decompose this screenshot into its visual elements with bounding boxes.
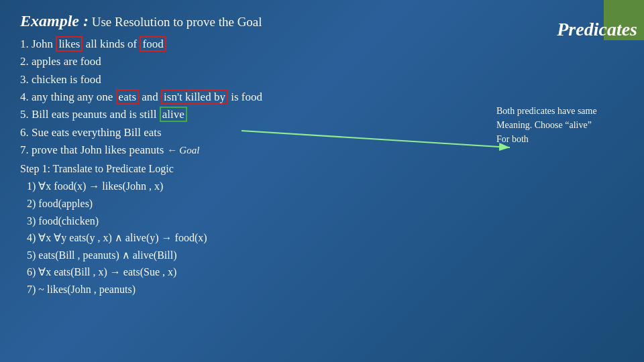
- slide-title: Example : Use Resolution to prove the Go…: [20, 12, 624, 30]
- slide: Example : Use Resolution to prove the Go…: [0, 0, 644, 362]
- logic-line-3: 3) food(chicken): [27, 213, 624, 230]
- logic-line-6: 6) ∀x eats(Bill , x) → eats(Sue , x): [27, 263, 624, 281]
- highlight-eats: eats: [116, 89, 139, 105]
- title-bold: Example :: [20, 12, 89, 29]
- highlight-likes: likes: [56, 36, 83, 52]
- highlight-food-1: food: [140, 36, 166, 52]
- goal-label: ← Goal: [167, 145, 200, 156]
- list-item-1: 1. John likes all kinds of food: [20, 36, 617, 53]
- step1-label: Step 1: Translate to Predicate Logic: [20, 163, 624, 175]
- logic-line-7: 7) ~ likes(John , peanuts): [27, 281, 624, 298]
- list-item-3: 3. chicken is food: [20, 71, 617, 88]
- right-annotation: Both predicates have same Meaning. Choos…: [496, 104, 624, 146]
- logic-line-1: 1) ∀x food(x) → likes(John , x): [27, 178, 624, 195]
- highlight-isnt-killed: isn't killed by: [161, 89, 228, 105]
- list-item-2: 2. apples are food: [20, 53, 617, 70]
- highlight-alive: alive: [160, 107, 187, 122]
- predicates-label: Predicates: [557, 19, 637, 40]
- logic-list: 1) ∀x food(x) → likes(John , x) 2) food(…: [20, 178, 624, 298]
- logic-line-4: 4) ∀x ∀y eats(y , x) ∧ alive(y) → food(x…: [27, 229, 624, 247]
- title-subtitle: Use Resolution to prove the Goal: [89, 15, 262, 29]
- logic-line-5: 5) eats(Bill , peanuts) ∧ alive(Bill): [27, 247, 624, 264]
- logic-line-2: 2) food(apples): [27, 195, 624, 213]
